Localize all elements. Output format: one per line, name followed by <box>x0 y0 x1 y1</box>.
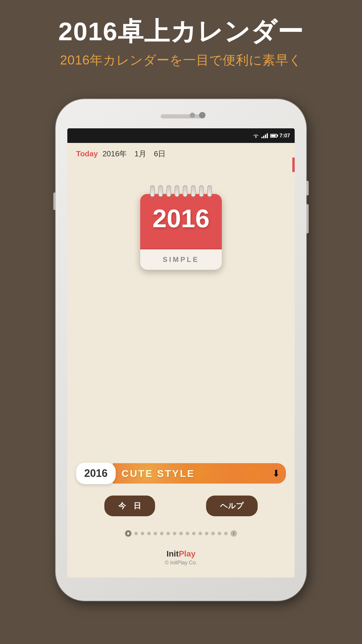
copyright-text: © InitPlay Co. <box>67 560 295 566</box>
initplay-name: InitPlay <box>67 549 295 559</box>
today-button[interactable]: 今 日 <box>104 496 155 516</box>
page-dot-13[interactable] <box>211 532 215 535</box>
page-dot-1[interactable] <box>134 532 138 535</box>
camera-dot-2 <box>199 112 205 118</box>
page-dot-8[interactable] <box>179 532 183 535</box>
side-button-volume-right <box>306 204 309 233</box>
calendar-icon[interactable]: 2016 SIMPLE <box>140 188 222 270</box>
page-dot-11[interactable] <box>198 532 202 535</box>
today-date: 2016年 1月 6日 <box>103 149 166 159</box>
main-title: 2016卓上カレンダー <box>0 18 362 46</box>
camera-dot-1 <box>190 113 195 118</box>
page-dot-15[interactable] <box>224 532 228 535</box>
side-button-power <box>306 181 309 195</box>
ring-8 <box>207 185 212 197</box>
ring-4 <box>175 185 179 197</box>
initplay-brand: InitPlay © InitPlay Co. <box>67 549 295 566</box>
phone-screen: 7:07 Today 2016年 1月 6日 <box>67 128 295 578</box>
ring-6 <box>191 185 196 197</box>
today-label[interactable]: Today <box>76 149 98 158</box>
wifi-icon <box>253 133 259 138</box>
page-dot-6[interactable] <box>166 532 170 535</box>
page-dot-9[interactable] <box>186 532 189 535</box>
page-dot-5[interactable] <box>160 532 164 535</box>
phone-mockup: 7:07 Today 2016年 1月 6日 <box>56 99 306 601</box>
help-button[interactable]: ヘルプ <box>206 496 258 516</box>
page-dot-3[interactable] <box>147 532 151 535</box>
ring-2 <box>158 185 163 197</box>
phone-cameras <box>190 112 205 118</box>
sub-title: 2016年カレンダーを一目で便利に素早く <box>0 52 362 69</box>
header-area: 2016卓上カレンダー 2016年カレンダーを一目で便利に素早く <box>0 18 362 69</box>
home-dot[interactable] <box>125 530 131 537</box>
battery-icon <box>270 134 277 138</box>
home-icon <box>126 532 130 535</box>
side-button-volume <box>53 192 56 210</box>
page-dot-7[interactable] <box>173 532 176 535</box>
bottom-buttons: 今 日 ヘルプ <box>67 496 295 516</box>
ring-5 <box>183 185 187 197</box>
banner-main[interactable]: CUTE STYLE ⬇ <box>113 463 286 484</box>
phone-shell: 7:07 Today 2016年 1月 6日 <box>56 99 306 601</box>
red-strip <box>292 158 295 172</box>
status-time: 7:07 <box>280 133 290 139</box>
today-bar: Today 2016年 1月 6日 <box>67 143 295 165</box>
signal-icon <box>261 133 268 138</box>
init-text: Init <box>166 549 179 558</box>
page-dot-12[interactable] <box>205 532 208 535</box>
calendar-icon-wrapper[interactable]: 2016 SIMPLE <box>67 188 295 270</box>
app-content: Today 2016年 1月 6日 <box>67 143 295 578</box>
calendar-rings <box>150 185 212 197</box>
svg-point-0 <box>255 137 256 138</box>
status-icons: 7:07 <box>253 133 290 139</box>
play-text: Play <box>179 549 196 558</box>
banner-year: 2016 <box>76 463 116 484</box>
cute-style-banner[interactable]: 2016 CUTE STYLE ⬇ <box>67 463 295 484</box>
page-dot-10[interactable] <box>192 532 196 535</box>
banner-icon: ⬇ <box>272 468 280 479</box>
page-dot-14[interactable] <box>218 532 221 535</box>
page-dot-2[interactable] <box>141 532 144 535</box>
ring-7 <box>199 185 204 197</box>
ring-3 <box>166 185 171 197</box>
page-dot-4[interactable] <box>154 532 157 535</box>
calendar-year: 2016 <box>140 194 222 231</box>
info-dot[interactable]: i <box>231 530 237 537</box>
status-bar: 7:07 <box>67 128 295 143</box>
banner-text: CUTE STYLE <box>122 468 195 479</box>
calendar-simple-label: SIMPLE <box>163 256 199 264</box>
calendar-body: 2016 SIMPLE <box>140 194 222 270</box>
pagination: i <box>67 530 295 537</box>
ring-1 <box>150 185 155 197</box>
calendar-footer: SIMPLE <box>140 249 222 270</box>
